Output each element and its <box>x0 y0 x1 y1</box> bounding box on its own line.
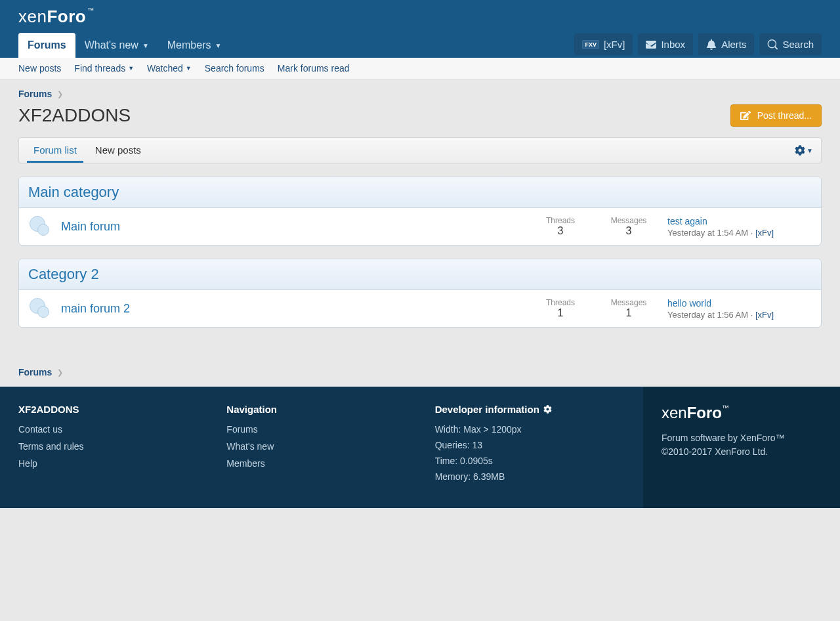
caret-down-icon: ▼ <box>128 65 134 72</box>
site-logo[interactable]: xenForo™ <box>18 7 822 26</box>
footer-info-memory-mb: Memory: 6.39MB <box>435 471 623 482</box>
page-title: XF2ADDONS <box>18 105 131 126</box>
chevron-right-icon: ❯ <box>57 90 63 98</box>
breadcrumb: Forums ❯ <box>18 89 822 99</box>
footer-logo: xenForo™ <box>662 404 822 422</box>
bell-icon <box>706 39 717 50</box>
caret-down-icon: ▼ <box>215 42 221 49</box>
breadcrumb-bottom-root[interactable]: Forums <box>18 367 52 377</box>
nav-tab-members[interactable]: Members▼ <box>158 33 231 58</box>
content-tabs: Forum listNew posts <box>27 138 153 163</box>
caret-down-icon: ▼ <box>142 42 149 49</box>
main-nav-tabs: ForumsWhat's new▼Members▼ <box>18 33 230 58</box>
category-title[interactable]: Category 2 <box>28 266 99 282</box>
footer-link-members[interactable]: Members <box>226 458 415 469</box>
footer-link-help[interactable]: Help <box>18 458 207 469</box>
latest-thread-link[interactable]: test again <box>667 216 707 226</box>
forum-row: main forum 2Threads1Messages1hello world… <box>19 290 821 327</box>
subnav-find-threads[interactable]: Find threads▼ <box>74 63 134 74</box>
gear-icon <box>543 405 552 414</box>
forum-latest: hello worldYesterday at 1:56 AM · [xFv] <box>667 298 812 320</box>
envelope-icon <box>646 39 656 50</box>
search-button[interactable]: Search <box>759 33 822 55</box>
inbox-button[interactable]: Inbox <box>638 33 693 55</box>
caret-down-icon: ▼ <box>807 147 813 154</box>
chevron-right-icon: ❯ <box>57 368 63 377</box>
subnav-new-posts[interactable]: New posts <box>18 63 61 74</box>
footer-right: xenForo™ Forum software by XenForo™ ©201… <box>643 387 840 508</box>
forum-latest: test againYesterday at 1:54 AM · [xFv] <box>667 216 812 238</box>
alerts-button[interactable]: Alerts <box>698 33 754 55</box>
content-tab-new-posts[interactable]: New posts <box>89 138 148 163</box>
search-icon <box>767 39 778 50</box>
footer-link-forums[interactable]: Forums <box>226 424 415 435</box>
footer-col-nav: Navigation ForumsWhat's newMembers <box>226 404 434 487</box>
forum-stat-messages: Messages1 <box>599 298 658 319</box>
forum-icon <box>28 215 52 238</box>
user-menu[interactable]: FXV [xFv] <box>574 33 633 55</box>
subnav-search-forums[interactable]: Search forums <box>205 63 264 74</box>
forum-title[interactable]: main forum 2 <box>61 302 522 316</box>
nav-tab-forums[interactable]: Forums <box>18 33 75 58</box>
gear-icon <box>795 145 805 156</box>
footer-link-what-s-new[interactable]: What's new <box>226 441 415 452</box>
subnav-watched[interactable]: Watched▼ <box>147 63 192 74</box>
forum-stat-messages: Messages3 <box>599 216 658 237</box>
forum-row: Main forumThreads3Messages3test againYes… <box>19 208 821 245</box>
footer-info-queries-: Queries: 13 <box>435 440 623 450</box>
content-tab-forum-list[interactable]: Forum list <box>27 138 83 163</box>
settings-toggle[interactable]: ▼ <box>795 145 813 156</box>
nav-tab-what-s-new[interactable]: What's new▼ <box>75 33 158 58</box>
breadcrumb-root[interactable]: Forums <box>18 89 52 99</box>
caret-down-icon: ▼ <box>186 65 192 72</box>
category-block: Main categoryMain forumThreads3Messages3… <box>18 177 822 246</box>
edit-icon <box>740 110 751 121</box>
post-thread-button[interactable]: Post thread... <box>730 104 822 127</box>
user-name: [xFv] <box>604 39 625 50</box>
footer-info-time-s: Time: 0.0905s <box>435 456 623 466</box>
category-block: Category 2main forum 2Threads1Messages1h… <box>18 259 822 328</box>
forum-title[interactable]: Main forum <box>61 220 522 234</box>
footer-col-dev: Developer information Width: Max > 1200p… <box>435 404 643 487</box>
footer-info-width-max-px: Width: Max > 1200px <box>435 424 623 435</box>
user-badge: FXV <box>582 40 599 49</box>
footer-link-terms-and-rules[interactable]: Terms and rules <box>18 441 207 452</box>
footer-col-site: XF2ADDONS Contact usTerms and rulesHelp <box>18 404 226 487</box>
subnav-mark-forums-read[interactable]: Mark forums read <box>278 63 350 74</box>
latest-thread-link[interactable]: hello world <box>667 298 711 309</box>
sub-nav: New postsFind threads▼Watched▼Search for… <box>0 58 840 79</box>
category-title[interactable]: Main category <box>28 184 119 200</box>
forum-stat-threads: Threads3 <box>531 216 590 237</box>
latest-user-link[interactable]: [xFv] <box>755 310 774 320</box>
forum-icon <box>28 297 52 320</box>
forum-stat-threads: Threads1 <box>531 298 590 319</box>
footer-link-contact-us[interactable]: Contact us <box>18 424 207 435</box>
breadcrumb-bottom: Forums ❯ <box>0 367 840 387</box>
latest-user-link[interactable]: [xFv] <box>755 228 774 238</box>
